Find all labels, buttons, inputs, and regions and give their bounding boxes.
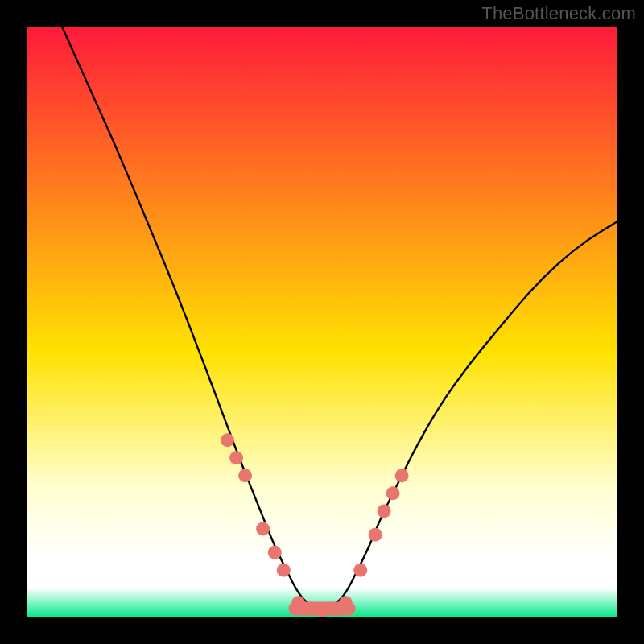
marker-dot xyxy=(221,433,234,447)
marker-dot xyxy=(268,546,282,559)
marker-dot xyxy=(277,564,291,577)
marker-dot xyxy=(369,528,382,542)
chart-stage: TheBottleneck.com xyxy=(0,0,644,644)
marker-dot xyxy=(256,522,270,535)
bottleneck-chart xyxy=(0,0,644,644)
marker-dot xyxy=(378,504,391,518)
watermark-text: TheBottleneck.com xyxy=(481,3,636,24)
marker-dot xyxy=(229,451,243,464)
marker-dot xyxy=(395,469,409,482)
marker-dot xyxy=(238,469,252,482)
marker-dot xyxy=(386,486,400,500)
marker-dot xyxy=(353,564,367,577)
plot-background xyxy=(27,27,617,617)
